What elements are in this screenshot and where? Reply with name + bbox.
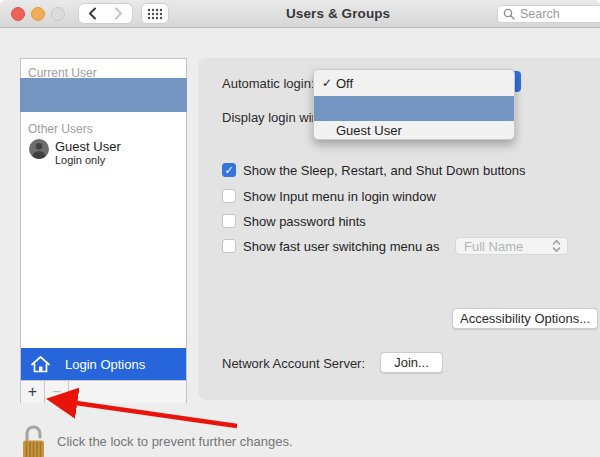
guest-user-row[interactable] — [29, 139, 49, 159]
checkbox-label: Show password hints — [243, 214, 366, 229]
guest-user-name[interactable]: Guest User — [55, 139, 121, 154]
minimize-button[interactable] — [31, 7, 45, 21]
fast-user-switching-popup: Full Name — [455, 237, 568, 255]
login-options-label: Login Options — [65, 357, 145, 372]
network-account-server-label: Network Account Server: — [222, 356, 365, 371]
checkbox-label: Show fast user switching menu as — [243, 239, 440, 254]
checkbox-show-input-menu[interactable] — [222, 189, 236, 203]
back-button[interactable] — [78, 3, 106, 24]
checkbox-label: Show the Sleep, Restart, and Shut Down b… — [243, 163, 526, 178]
remove-user-button[interactable]: − — [45, 381, 69, 403]
checkmark-icon: ✓ — [318, 76, 336, 90]
checkbox-row: ✓ Show the Sleep, Restart, and Shut Down… — [222, 162, 526, 178]
lock-hint-text: Click the lock to prevent further change… — [57, 434, 293, 449]
show-all-button[interactable] — [141, 3, 169, 24]
checkbox-show-password-hints[interactable] — [222, 214, 236, 228]
add-user-button[interactable]: + — [21, 381, 45, 403]
checkbox-label: Show Input menu in login window — [243, 189, 436, 204]
join-button[interactable]: Join... — [380, 352, 443, 373]
menu-item-current-user[interactable] — [314, 96, 514, 121]
checkbox-row: Show Input menu in login window — [222, 188, 436, 204]
checkbox-fast-user-switching[interactable] — [222, 239, 236, 253]
search-field[interactable] — [497, 5, 600, 23]
automatic-login-label: Automatic login: — [222, 76, 315, 91]
checkbox-row: Show password hints — [222, 213, 366, 229]
menu-item-off[interactable]: ✓ Off — [314, 70, 514, 96]
checkbox-show-sleep-restart-shutdown[interactable]: ✓ — [222, 163, 236, 177]
chevron-right-icon — [114, 7, 123, 20]
menu-item-label: Guest User — [336, 123, 402, 138]
forward-button[interactable] — [105, 3, 133, 24]
search-input[interactable] — [518, 6, 598, 22]
chevron-up-down-icon — [552, 239, 561, 253]
grid-icon — [147, 8, 163, 20]
user-list-toolbar: + − — [21, 380, 186, 403]
users-groups-window: Users & Groups Current User Other Users … — [0, 0, 600, 457]
close-button[interactable] — [11, 7, 25, 21]
accessibility-options-button[interactable]: Accessibility Options... — [452, 308, 598, 329]
search-icon — [503, 8, 515, 20]
popup-value: Full Name — [464, 239, 523, 254]
house-icon — [30, 355, 51, 374]
unlocked-lock-icon[interactable] — [18, 419, 48, 457]
current-user-row-selected[interactable] — [20, 78, 187, 112]
guest-user-subtitle: Login only — [55, 154, 105, 166]
automatic-login-menu: ✓ Off Guest User — [313, 69, 515, 140]
zoom-button — [51, 7, 65, 21]
menu-item-label: Off — [336, 76, 353, 91]
sidebar-item-login-options[interactable]: Login Options — [21, 348, 186, 380]
menu-item-guest-user[interactable]: Guest User — [314, 121, 514, 139]
page-title: Users & Groups — [286, 6, 390, 21]
checkbox-row: Show fast user switching menu as — [222, 238, 440, 254]
chevron-left-icon — [88, 7, 97, 20]
other-users-heading: Other Users — [28, 122, 93, 136]
avatar — [29, 139, 49, 159]
title-bar: Users & Groups — [0, 0, 600, 28]
